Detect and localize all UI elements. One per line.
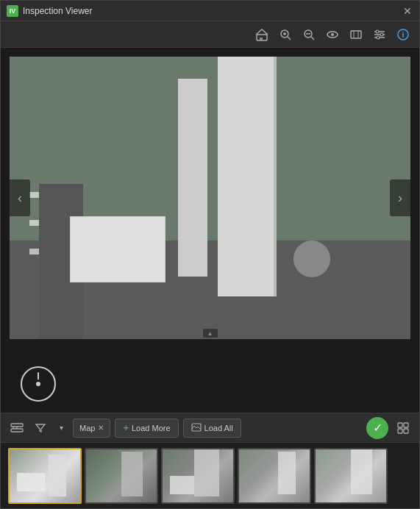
svg-rect-29 [398, 429, 402, 433]
thumbnail-5[interactable] [314, 448, 388, 504]
filter-dropdown-button[interactable]: ▾ [54, 418, 68, 438]
svg-point-19 [377, 36, 380, 39]
compass-dot [36, 382, 40, 386]
thumbnail-1[interactable] [8, 448, 82, 504]
layers-button[interactable] [7, 418, 27, 438]
svg-text:i: i [402, 31, 405, 39]
main-viewer: ‹ › ▲ [1, 48, 419, 413]
svg-point-17 [376, 30, 379, 33]
scroll-indicator: ▲ [203, 329, 218, 338]
check-icon: ✓ [373, 421, 382, 435]
confirm-button[interactable]: ✓ [366, 417, 388, 439]
map-tag-button[interactable]: Map ✕ [73, 419, 110, 438]
load-all-label: Load All [204, 424, 233, 433]
action-bar: ▾ Map ✕ + Load More Load All ✓ [1, 413, 419, 442]
thumbnail-3[interactable] [161, 448, 235, 504]
app-icon: IV [7, 5, 18, 17]
info-button[interactable]: i [393, 24, 413, 45]
svg-point-18 [380, 33, 383, 36]
prev-arrow-button[interactable]: ‹ [10, 179, 30, 216]
thumbnail-image-1 [10, 449, 80, 502]
thumbnail-image-3 [163, 449, 233, 502]
thumbnail-image-5 [316, 449, 386, 502]
grid-view-button[interactable] [393, 418, 413, 438]
svg-rect-11 [351, 31, 361, 38]
svg-line-7 [311, 37, 314, 40]
svg-point-10 [331, 33, 334, 36]
title-bar: IV Inspection Viewer ✕ [1, 1, 419, 21]
svg-line-3 [288, 37, 291, 40]
zoom-out-button[interactable] [299, 24, 319, 45]
svg-rect-23 [11, 429, 23, 432]
load-more-label: Load More [132, 424, 171, 433]
image-area: ‹ › ▲ [10, 57, 410, 339]
load-all-button[interactable]: Load All [183, 419, 241, 438]
home-button[interactable] [252, 24, 272, 45]
compass-circle [21, 366, 56, 402]
thumbnail-2[interactable] [85, 448, 158, 504]
filter-group: ▾ [7, 418, 68, 438]
filter-button[interactable] [30, 418, 51, 438]
svg-rect-27 [398, 423, 402, 427]
cursor-button[interactable] [346, 24, 366, 45]
thumbnail-4[interactable] [238, 448, 311, 504]
map-tag-close-icon[interactable]: ✕ [98, 424, 104, 432]
svg-rect-28 [404, 423, 408, 427]
plus-icon: + [123, 422, 129, 433]
zoom-in-button[interactable] [275, 24, 296, 45]
image-icon [191, 422, 202, 434]
inspection-viewer-window: IV Inspection Viewer ✕ [0, 0, 420, 509]
settings-button[interactable] [369, 24, 390, 45]
close-button[interactable]: ✕ [402, 5, 413, 17]
svg-rect-22 [11, 424, 23, 427]
aerial-image [10, 57, 410, 339]
svg-rect-1 [260, 38, 263, 40]
window-title: Inspection Viewer [23, 6, 402, 16]
thumbnail-strip [1, 442, 419, 508]
compass [18, 364, 58, 404]
view-button[interactable] [322, 24, 343, 45]
next-arrow-button[interactable]: › [390, 179, 410, 216]
toolbar: i [1, 21, 419, 48]
svg-rect-30 [404, 429, 408, 433]
load-more-button[interactable]: + Load More [115, 419, 178, 438]
map-tag-label: Map [79, 424, 95, 433]
thumbnail-image-2 [86, 449, 157, 502]
thumbnail-image-4 [239, 449, 310, 502]
